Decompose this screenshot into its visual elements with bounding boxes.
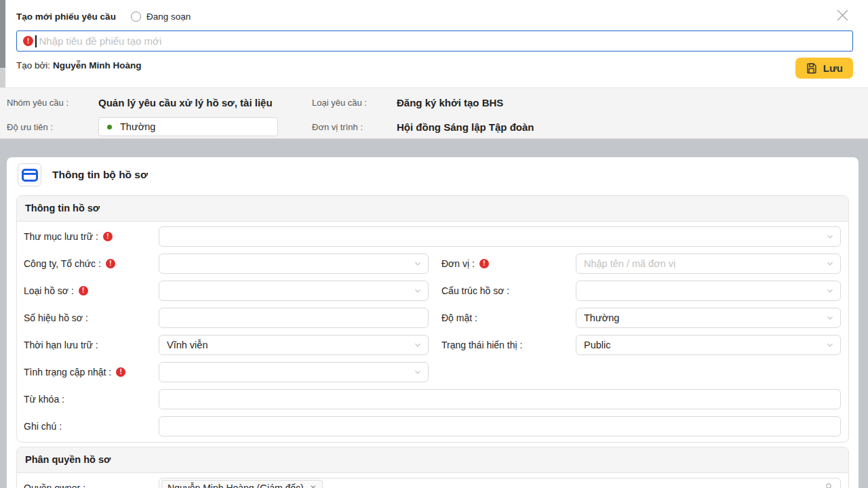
creator-name: Nguyễn Minh Hoàng — [53, 60, 142, 70]
required-icon — [106, 259, 115, 268]
chevron-down-icon — [826, 314, 834, 322]
dossier-rows-icon — [22, 169, 38, 182]
section-permissions-body: Quyền owner : Nguyễn Minh Hoàng (Giám đố… — [17, 473, 848, 488]
dossier-number-input[interactable] — [159, 308, 429, 328]
priority-select[interactable]: Thường — [98, 117, 278, 136]
owner-tag: Nguyễn Minh Hoàng (Giám đốc) ✕ — [161, 480, 323, 488]
permissions-form-grid: Quyền owner : Nguyễn Minh Hoàng (Giám đố… — [24, 478, 841, 488]
section-dossier-info-title: Thông tin hồ sơ — [17, 196, 848, 222]
required-icon — [23, 36, 33, 46]
modal-title: Tạo mới phiếu yêu cầu — [16, 12, 116, 22]
request-group-value: Quản lý yêu cầu xử lý hồ sơ, tài liệu — [98, 97, 312, 108]
dossier-structure-select[interactable] — [576, 281, 841, 301]
text-caret — [35, 35, 37, 47]
chevron-down-icon — [826, 232, 834, 241]
status-radio-draft[interactable]: Đang soạn — [131, 12, 191, 22]
request-group-label: Nhóm yêu cầu : — [7, 98, 98, 108]
request-type-label: Loại yêu cầu : — [312, 98, 397, 108]
request-summary-bar: Nhóm yêu cầu : Quản lý yêu cầu xử lý hồ … — [0, 88, 868, 139]
dossier-type-label: Loại hồ sơ : — [24, 285, 159, 296]
notes-input[interactable] — [159, 416, 841, 436]
notes-label: Ghi chú : — [24, 421, 159, 432]
required-icon — [479, 259, 489, 268]
chevron-down-icon — [414, 260, 422, 268]
dossier-form-grid: Thư mục lưu trữ : Công ty, Tổ chức : — [24, 226, 841, 436]
storage-folder-label: Thư mục lưu trữ : — [24, 231, 159, 242]
content-backdrop: Thông tin bộ hồ sơ Thông tin hồ sơ Thư m… — [0, 139, 868, 488]
required-icon — [116, 367, 125, 377]
submit-unit-value: Hội đồng Sáng lập Tập đoàn — [397, 121, 868, 133]
ticket-title-input[interactable] — [39, 35, 847, 47]
confidentiality-value: Thường — [584, 312, 619, 323]
section-dossier-info-body: Thư mục lưu trữ : Công ty, Tổ chức : — [17, 222, 848, 442]
unit-select[interactable]: Nhập tên / mã đơn vị — [576, 253, 841, 274]
page-edge-artifact-dark — [0, 0, 5, 68]
modal-topbar: Tạo mới phiếu yêu cầu Đang soạn Tạo bởi:… — [0, 0, 868, 88]
chevron-down-icon — [826, 287, 834, 295]
required-icon — [103, 232, 113, 241]
creator-row: Tạo bởi: Nguyễn Minh Hoàng — [16, 60, 141, 70]
ticket-title-field[interactable] — [16, 30, 853, 52]
priority-dot-icon — [107, 125, 112, 129]
retention-period-label: Thời hạn lưu trữ : — [24, 340, 159, 350]
section-dossier-info: Thông tin hồ sơ Thư mục lưu trữ : — [16, 195, 849, 443]
chevron-down-icon — [826, 260, 834, 268]
save-icon — [806, 62, 817, 74]
priority-value: Thường — [120, 121, 155, 132]
remove-owner-icon[interactable]: ✕ — [310, 484, 317, 488]
dossier-icon-box — [18, 163, 41, 186]
status-radio-label: Đang soạn — [146, 12, 191, 22]
dossier-card: Thông tin bộ hồ sơ Thông tin hồ sơ Thư m… — [7, 157, 859, 488]
update-status-label: Tình trạng cập nhật : — [24, 367, 159, 378]
required-icon — [79, 286, 88, 296]
update-status-select[interactable] — [159, 362, 429, 382]
priority-label: Độ ưu tiên : — [7, 122, 98, 132]
display-status-label: Trạng thái hiển thị : — [441, 340, 576, 350]
chevron-down-icon — [414, 368, 422, 376]
creator-label: Tạo bởi: — [16, 60, 50, 70]
dossier-card-header: Thông tin bộ hồ sơ — [7, 157, 859, 191]
keywords-input[interactable] — [159, 389, 841, 409]
section-permissions-title: Phân quyền hồ sơ — [17, 447, 848, 473]
retention-period-select[interactable]: Vĩnh viễn — [159, 335, 429, 355]
person-icon — [824, 483, 833, 488]
company-org-select[interactable] — [159, 253, 429, 274]
company-org-label: Công ty, Tổ chức : — [24, 258, 159, 269]
submit-unit-label: Đơn vị trình : — [312, 122, 397, 132]
chevron-down-icon — [414, 287, 422, 295]
save-button[interactable]: Lưu — [795, 58, 853, 79]
close-icon — [836, 9, 849, 22]
dossier-type-select[interactable] — [159, 281, 429, 301]
owner-permission-label: Quyền owner : — [24, 483, 159, 488]
radio-icon[interactable] — [131, 12, 141, 22]
section-permissions: Phân quyền hồ sơ Quyền owner : Nguyễn Mi… — [16, 447, 849, 488]
keywords-label: Từ khóa : — [24, 394, 159, 405]
storage-folder-select[interactable] — [159, 226, 841, 247]
close-button[interactable] — [834, 7, 850, 23]
display-status-value: Public — [584, 340, 611, 350]
confidentiality-label: Độ mật : — [441, 312, 576, 323]
request-type-value: Đăng ký khởi tạo BHS — [397, 97, 868, 108]
unit-placeholder: Nhập tên / mã đơn vị — [584, 258, 675, 269]
dossier-card-title: Thông tin bộ hồ sơ — [52, 169, 148, 181]
modal-header-row: Tạo mới phiếu yêu cầu Đang soạn — [16, 7, 852, 26]
chevron-down-icon — [826, 341, 834, 349]
display-status-select[interactable]: Public — [576, 335, 841, 355]
save-button-label: Lưu — [823, 62, 843, 74]
owner-permission-select[interactable]: Nguyễn Minh Hoàng (Giám đốc) ✕ — [159, 478, 841, 488]
page-edge-artifact-light — [0, 68, 5, 87]
dossier-number-label: Số hiệu hồ sơ : — [24, 312, 159, 323]
owner-tag-text: Nguyễn Minh Hoàng (Giám đốc) — [167, 483, 304, 488]
dossier-structure-label: Cấu trúc hồ sơ : — [441, 285, 576, 296]
chevron-down-icon — [414, 341, 422, 349]
unit-label: Đơn vị : — [441, 258, 576, 269]
confidentiality-select[interactable]: Thường — [576, 308, 841, 328]
retention-period-value: Vĩnh viễn — [167, 340, 208, 350]
